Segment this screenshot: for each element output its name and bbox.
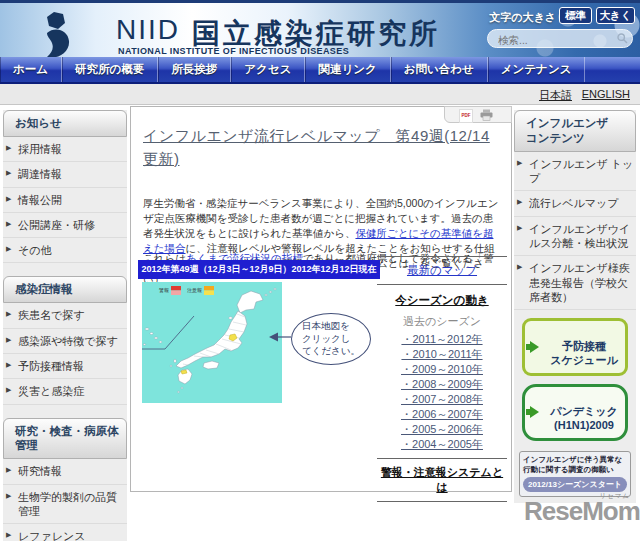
week-date-bar: 2012年第49週（12月3日～12月9日）2012年12月12日現在 (138, 260, 380, 279)
lang-japanese-link[interactable]: 日本語 (539, 88, 572, 103)
search-icon (617, 33, 628, 44)
arrow-bullet-icon: ▶ (6, 335, 11, 344)
banner-text: インフルエンザに伴う異常な行動に関する調査の御願い (523, 455, 627, 475)
season-links-column: 最新のマップ 今シーズンの動き 過去のシーズン ・2011～2012年 ・201… (377, 256, 507, 502)
pdf-icon[interactable]: PDF (459, 109, 473, 123)
arrow-bullet-icon: ▶ (517, 197, 522, 206)
arrow-bullet-icon: ▶ (517, 158, 522, 167)
watermark-ruby: リセマム (599, 492, 630, 501)
sidebar-item-disaster[interactable]: ▶災害と感染症 (3, 379, 127, 404)
nav-item-links[interactable]: 関連リンク (305, 57, 390, 82)
nav-item-contact[interactable]: お問い合わせ (391, 57, 488, 82)
sidebar-item-source[interactable]: ▶感染源や特徴で探す (3, 329, 127, 354)
arrow-bullet-icon: ▶ (6, 309, 11, 318)
nav-item-greeting[interactable]: 所長挨拶 (158, 57, 231, 82)
season-link-2004-2005[interactable]: ・2004～2005年 (377, 437, 507, 452)
nav-item-overview[interactable]: 研究所の概要 (62, 57, 158, 82)
sidebar-item-vaccination[interactable]: ▶予防接種情報 (3, 354, 127, 379)
click-map-bubble: 日本地図を クリックし てください。 (291, 313, 371, 365)
search-box (487, 29, 633, 48)
season-link-2007-2008[interactable]: ・2007～2008年 (377, 392, 507, 407)
arrow-bullet-icon: ▶ (6, 168, 11, 177)
lang-english-link[interactable]: ENGLISH (582, 88, 630, 100)
left-arrow-icon (269, 331, 291, 343)
green-arrow-icon (530, 341, 539, 353)
resemom-watermark: リセマム ReseMom. (524, 496, 636, 527)
japan-level-map[interactable]: 警報 注意報 (142, 282, 282, 403)
site-header: NIID 国立感染症研究所 NATIONAL INSTITUTE OF INFE… (0, 0, 640, 57)
latest-map-link[interactable]: 最新のマップ (377, 263, 507, 278)
season-link-2006-2007[interactable]: ・2006～2007年 (377, 407, 507, 422)
arrow-bullet-icon: ▶ (6, 465, 11, 474)
divider (377, 256, 507, 257)
main-navigation: ホーム 研究所の概要 所長挨拶 アクセス 関連リンク お問い合わせ メンテナンス (0, 57, 640, 84)
season-start-pill: 2012/13シーズンスタート (523, 477, 627, 492)
arrow-bullet-icon: ▶ (517, 262, 522, 271)
alert-system-link[interactable]: 警報・注意報システムとは (377, 459, 507, 501)
site-title-english: NATIONAL INSTITUTE OF INFECTIOUS DISEASE… (118, 46, 349, 56)
logo-niid-text: NIID (116, 14, 180, 46)
left-sidebar: お知らせ ▶採用情報 ▶調達情報 ▶情報公開 ▶公開講座・研修 ▶その他 感染症… (3, 110, 127, 541)
pandemic-h1n1-button[interactable]: パンデミック (H1N1)2009 (522, 384, 628, 441)
arrow-bullet-icon: ▶ (6, 530, 11, 539)
language-bar: 日本語 ENGLISH (0, 84, 640, 105)
influenza-contents-header: インフルエンザ コンテンツ (514, 110, 636, 152)
sidebar-item-research-info[interactable]: ▶研究情報 (3, 459, 127, 484)
sidebar-item-level-map[interactable]: ▶流行レベルマップ (514, 191, 636, 216)
arrow-bullet-icon: ▶ (6, 385, 11, 394)
this-season-link[interactable]: 今シーズンの動き (377, 293, 507, 308)
sidebar-item-recruit[interactable]: ▶採用情報 (3, 137, 127, 162)
sidebar-section-announcements: お知らせ (3, 110, 127, 137)
arrow-bullet-icon: ▶ (517, 223, 522, 232)
niid-logo-icon (34, 11, 92, 58)
sidebar-item-lectures[interactable]: ▶公開講座・研修 (3, 213, 127, 238)
sidebar-item-influenza-top[interactable]: ▶インフルエンザ トップ (514, 152, 636, 192)
sidebar-item-disclosure[interactable]: ▶情報公開 (3, 188, 127, 213)
season-link-2008-2009[interactable]: ・2008～2009年 (377, 377, 507, 392)
arrow-bullet-icon: ▶ (6, 244, 11, 253)
nav-item-access[interactable]: アクセス (231, 57, 305, 82)
search-input[interactable] (496, 31, 618, 48)
sidebar-item-biologics[interactable]: ▶生物学的製剤の品質管理 (3, 485, 127, 525)
page-title-link[interactable]: インフルエンザ流行レベルマップ 第49週(12/14更新) (143, 125, 495, 170)
nav-item-maintenance[interactable]: メンテナンス (488, 57, 586, 82)
past-seasons-label: 過去のシーズン (377, 314, 507, 329)
font-size-standard-button[interactable]: 標準 (559, 7, 592, 24)
page: NIID 国立感染症研究所 NATIONAL INSTITUTE OF INFE… (0, 0, 640, 541)
nav-item-home[interactable]: ホーム (0, 57, 62, 82)
divider (377, 501, 507, 502)
arrow-bullet-icon: ▶ (6, 219, 11, 228)
arrow-bullet-icon: ▶ (6, 194, 11, 203)
sidebar-item-others[interactable]: ▶その他 (3, 238, 127, 263)
sidebar-item-virus-isolation[interactable]: ▶インフルエンザウイルス分離・検出状況 (514, 217, 636, 257)
arrow-bullet-icon: ▶ (6, 360, 11, 369)
font-size-label: 文字の大きさ (489, 10, 556, 25)
season-link-2010-2011[interactable]: ・2010～2011年 (377, 347, 507, 362)
vaccination-schedule-button[interactable]: 予防接種 スケジュール (522, 318, 628, 375)
highlight-prefecture-kyushu[interactable] (181, 370, 187, 374)
legend-alert-swatch (171, 286, 181, 291)
page-tools-tab: PDF (444, 106, 512, 123)
print-icon[interactable] (480, 109, 493, 121)
legend-alert-label: 警報 (159, 287, 169, 293)
sidebar-item-disease-name[interactable]: ▶疾患名で探す (3, 303, 127, 328)
arrow-bullet-icon: ▶ (6, 143, 11, 152)
font-size-large-button[interactable]: 大きく (596, 7, 635, 24)
season-link-2011-2012[interactable]: ・2011～2012年 (377, 332, 507, 347)
sidebar-section-research: 研究・検査・病原体管理 (3, 418, 127, 460)
sidebar-item-procurement[interactable]: ▶調達情報 (3, 162, 127, 187)
arrow-bullet-icon: ▶ (6, 491, 11, 500)
divider (377, 284, 507, 285)
sidebar-item-school-absence[interactable]: ▶インフルエンザ様疾患発生報告（学校欠席者数） (514, 256, 636, 310)
legend-caution-swatch (204, 286, 214, 291)
season-link-2005-2006[interactable]: ・2005～2006年 (377, 422, 507, 437)
season-link-2009-2010[interactable]: ・2009～2010年 (377, 362, 507, 377)
main-content: PDF インフルエンザ流行レベルマップ 第49週(12/14更新) 厚生労働省・… (130, 106, 512, 492)
green-arrow-icon (530, 406, 539, 418)
sidebar-item-reference[interactable]: ▶レファレンス (3, 524, 127, 541)
right-sidebar: インフルエンザ コンテンツ ▶インフルエンザ トップ ▶流行レベルマップ ▶イン… (514, 110, 636, 503)
sidebar-section-infection-info: 感染症情報 (3, 276, 127, 303)
abnormal-behavior-survey-banner[interactable]: インフルエンザに伴う異常な行動に関する調査の御願い 2012/13シーズンスター… (519, 451, 631, 498)
legend-caution-label: 注意報 (187, 287, 202, 293)
